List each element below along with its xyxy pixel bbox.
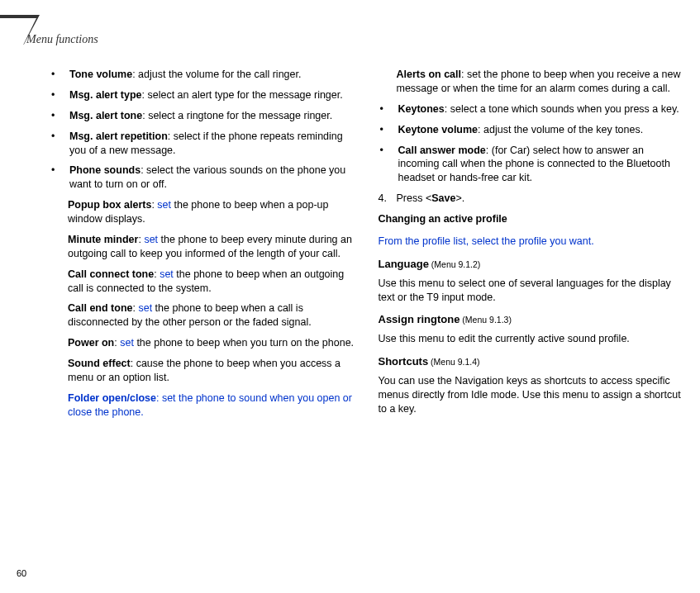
bullet-dot: • bbox=[50, 164, 69, 192]
bullet-call-answer-mode: • Call answer mode: (for Car) select how… bbox=[379, 144, 684, 186]
assign-ringtone-heading: Assign ringtone (Menu 9.1.3) bbox=[379, 312, 684, 327]
bullet-msg-alert-tone: • Msg. alert tone: select a ringtone for… bbox=[50, 109, 355, 123]
bullet-phone-sounds: • Phone sounds: select the various sound… bbox=[50, 164, 355, 192]
shortcuts-desc: You can use the Navigation keys as short… bbox=[379, 374, 684, 416]
step-4: 4. Press <Save>. bbox=[379, 192, 684, 206]
bullet-dot: • bbox=[50, 68, 69, 82]
bullet-text: Msg. alert tone: select a ringtone for t… bbox=[69, 109, 355, 123]
bullet-text: Msg. alert type: select an alert type fo… bbox=[69, 88, 355, 102]
bullet-msg-alert-repetition: • Msg. alert repetition: select if the p… bbox=[50, 130, 355, 158]
sub-folder-open-close: Folder open/close: set the phone to soun… bbox=[68, 391, 355, 420]
sub-alerts-on-call: Alerts on call: set the phone to beep wh… bbox=[397, 68, 684, 96]
shortcuts-heading: Shortcuts (Menu 9.1.4) bbox=[379, 354, 684, 369]
changing-profile-instruction: From the profile list, select the profil… bbox=[379, 235, 684, 249]
assign-ringtone-desc: Use this menu to edit the currently acti… bbox=[379, 332, 684, 346]
bullet-text: Keytones: select a tone which sounds whe… bbox=[398, 102, 684, 116]
bullet-keytones: • Keytones: select a tone which sounds w… bbox=[379, 102, 684, 116]
bullet-tone-volume: • Tone volume: adjust the volume for the… bbox=[50, 68, 355, 82]
bullet-dot: • bbox=[379, 123, 398, 137]
bullet-dot: • bbox=[379, 102, 398, 116]
bullet-dot: • bbox=[50, 109, 69, 123]
page-number: 60 bbox=[17, 568, 26, 578]
bullet-text: Call answer mode: (for Car) select how t… bbox=[398, 144, 684, 186]
changing-profile-heading: Changing an active profile bbox=[379, 212, 684, 226]
sub-power-on: Power on: set the phone to beep when you… bbox=[68, 336, 355, 350]
language-desc: Use this menu to select one of several l… bbox=[379, 277, 684, 305]
bullet-text: Keytone volume: adjust the volume of the… bbox=[398, 123, 684, 137]
sub-popup-box-alerts: Popup box alerts: set the phone to beep … bbox=[68, 198, 355, 226]
bullet-dot: • bbox=[379, 144, 398, 186]
bullet-dot: • bbox=[50, 130, 69, 158]
sub-call-connect-tone: Call connect tone: set the phone to beep… bbox=[68, 268, 355, 296]
left-column: • Tone volume: adjust the volume for the… bbox=[50, 68, 355, 426]
bullet-dot: • bbox=[50, 88, 69, 102]
step-number: 4. bbox=[379, 192, 397, 206]
bullet-text: Msg. alert repetition: select if the pho… bbox=[69, 130, 355, 158]
sub-sound-effect: Sound effect: cause the phone to beep wh… bbox=[68, 357, 355, 385]
right-column: Alerts on call: set the phone to beep wh… bbox=[379, 68, 684, 426]
sub-call-end-tone: Call end tone: set the phone to beep whe… bbox=[68, 301, 355, 330]
bullet-text: Phone sounds: select the various sounds … bbox=[69, 164, 355, 192]
language-heading: Language (Menu 9.1.2) bbox=[379, 257, 684, 272]
header-title: Menu functions bbox=[26, 33, 98, 46]
step-text: Press <Save>. bbox=[397, 192, 465, 206]
sub-minute-minder: Minute minder: set the phone to beep eve… bbox=[68, 233, 355, 261]
content-area: • Tone volume: adjust the volume for the… bbox=[50, 68, 683, 426]
bullet-keytone-volume: • Keytone volume: adjust the volume of t… bbox=[379, 123, 684, 137]
bullet-msg-alert-type: • Msg. alert type: select an alert type … bbox=[50, 88, 355, 102]
bullet-text: Tone volume: adjust the volume for the c… bbox=[69, 68, 355, 82]
